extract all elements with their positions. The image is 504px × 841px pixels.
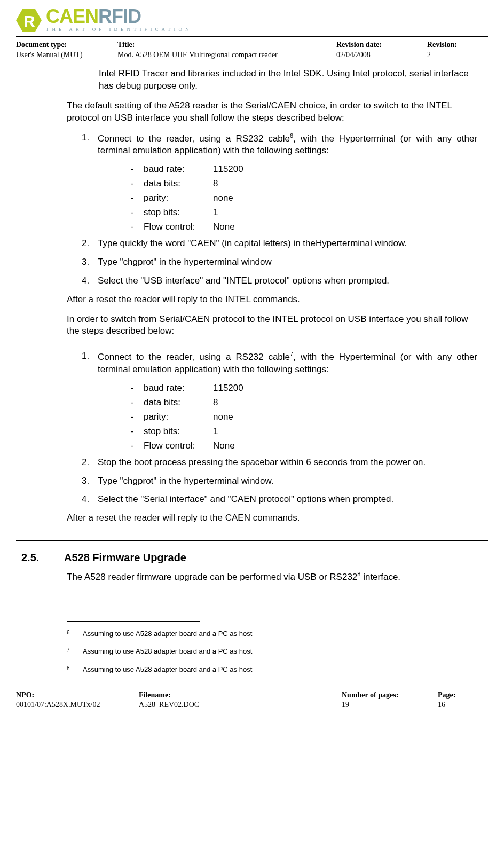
- setting-row: -parity:none: [131, 192, 477, 205]
- step-a-1: 1. Connect to the reader, using a RS232 …: [82, 132, 477, 158]
- page-value: 16: [438, 700, 481, 710]
- logo-brand: CAENRFID: [46, 8, 192, 25]
- steps-list-b-cont: 2.Stop the boot process pressing the spa…: [82, 457, 477, 506]
- footnote-8: 8Assuming to use A528 adapter board and …: [67, 665, 488, 674]
- setting-key: parity:: [144, 192, 213, 205]
- setting-val: 1: [213, 426, 218, 438]
- setting-val: None: [213, 440, 235, 452]
- setting-val: none: [213, 192, 233, 205]
- section-number: 2.5.: [21, 551, 64, 565]
- section-body-pre: The A528 reader firmware upgrade can be …: [67, 572, 357, 582]
- settings-list-b: -baud rate:115200 -data bits:8 -parity:n…: [131, 382, 477, 452]
- rev-label: Revision:: [427, 40, 486, 50]
- intro-para-1: Intel RFID Tracer and libraries included…: [99, 68, 477, 92]
- setting-row: -Flow control:None: [131, 221, 477, 233]
- step-b-1: 1. Connect to the reader, using a RS232 …: [82, 350, 477, 376]
- settings-list-a: -baud rate:115200 -data bits:8 -parity:n…: [131, 163, 477, 233]
- footnote-text: Assuming to use A528 adapter board and a…: [83, 665, 252, 674]
- intro-para-2: The default setting of the A528 reader i…: [67, 100, 477, 124]
- logo-letter: R: [23, 11, 35, 33]
- step-b-1-pre: Connect to the reader, using a RS232 cab…: [98, 352, 290, 362]
- setting-row: -stop bits:1: [131, 426, 477, 438]
- setting-val: None: [213, 221, 235, 233]
- step-b-4: 4.Select the "Serial interface" and "CAE…: [82, 493, 477, 506]
- header-rule: [16, 36, 488, 37]
- after-b: After a reset the reader will reply to t…: [67, 512, 477, 524]
- footnote-text: Assuming to use A528 adapter board and a…: [83, 629, 252, 639]
- setting-row: -data bits:8: [131, 397, 477, 409]
- npo-value: 00101/07:A528X.MUTx/02: [16, 700, 139, 710]
- section-body-post: interface.: [360, 572, 400, 582]
- setting-row: -stop bits:1: [131, 207, 477, 219]
- setting-val: none: [213, 411, 233, 423]
- section-heading: 2.5. A528 Firmware Upgrade: [16, 551, 488, 565]
- step-b-3: 3.Type "chgprot" in the hyperterminal wi…: [82, 475, 477, 488]
- setting-key: data bits:: [144, 178, 213, 190]
- setting-row: -data bits:8: [131, 178, 477, 190]
- setting-key: baud rate:: [144, 163, 213, 176]
- setting-key: parity:: [144, 411, 213, 423]
- step-a-4: 4.Select the "USB interface" and "INTEL …: [82, 275, 477, 287]
- setting-row: -baud rate:115200: [131, 163, 477, 176]
- doc-meta: Document type: User's Manual (MUT) Title…: [16, 40, 488, 60]
- pages-value: 19: [342, 700, 438, 710]
- setting-row: -parity:none: [131, 411, 477, 423]
- rev-date-label: Revision date:: [336, 40, 427, 50]
- footnote-rule: [67, 621, 200, 622]
- footnote-7: 7Assuming to use A528 adapter board and …: [67, 647, 488, 656]
- footnote-6: 6Assuming to use A528 adapter board and …: [67, 629, 488, 639]
- steps-list-a-cont: 2.Type quickly the word "CAEN" (in capit…: [82, 238, 477, 287]
- logo-tagline: THE ART OF IDENTIFICATION: [46, 26, 192, 33]
- setting-key: stop bits:: [144, 207, 213, 219]
- logo: R CAENRFID THE ART OF IDENTIFICATION: [16, 5, 488, 34]
- doc-type-value: User's Manual (MUT): [16, 50, 117, 60]
- footnote-text: Assuming to use A528 adapter board and a…: [83, 647, 252, 656]
- setting-key: baud rate:: [144, 382, 213, 395]
- after-a: After a reset the reader will reply to t…: [67, 294, 477, 306]
- npo-label: NPO:: [16, 690, 139, 701]
- setting-val: 115200: [213, 163, 243, 176]
- setting-val: 8: [213, 397, 218, 409]
- setting-key: stop bits:: [144, 426, 213, 438]
- brand-right: RFID: [98, 5, 141, 27]
- step-b-2: 2.Stop the boot process pressing the spa…: [82, 457, 477, 469]
- steps-list-a: 1. Connect to the reader, using a RS232 …: [82, 132, 477, 158]
- intro-para-3: In order to switch from Serial/CAEN prot…: [67, 313, 477, 338]
- rev-value: 2: [427, 50, 486, 60]
- setting-key: data bits:: [144, 397, 213, 409]
- filename-value: A528_REV02.DOC: [139, 700, 342, 710]
- step-a-1-pre: Connect to the reader, using a RS232 cab…: [98, 133, 290, 143]
- setting-val: 115200: [213, 382, 243, 395]
- setting-row: -baud rate:115200: [131, 382, 477, 395]
- setting-key: Flow control:: [144, 440, 213, 452]
- section-title: A528 Firmware Upgrade: [64, 551, 186, 565]
- title-value: Mod. A528 OEM UHF Multiregional compact …: [117, 50, 336, 60]
- setting-row: -Flow control:None: [131, 440, 477, 452]
- setting-val: 1: [213, 207, 218, 219]
- step-a-3: 3.Type "chgprot" in the hyperterminal wi…: [82, 256, 477, 269]
- setting-val: 8: [213, 178, 218, 190]
- footnotes: 6Assuming to use A528 adapter board and …: [67, 629, 488, 674]
- section-body: The A528 reader firmware upgrade can be …: [67, 570, 477, 584]
- steps-list-b: 1. Connect to the reader, using a RS232 …: [82, 350, 477, 376]
- doc-footer: NPO: 00101/07:A528X.MUTx/02 Filename: A5…: [16, 690, 488, 711]
- logo-mark-icon: R: [16, 7, 42, 33]
- doc-type-label: Document type:: [16, 40, 117, 50]
- filename-label: Filename:: [139, 690, 342, 701]
- rev-date-value: 02/04/2008: [336, 50, 427, 60]
- title-label: Title:: [117, 40, 336, 50]
- setting-key: Flow control:: [144, 221, 213, 233]
- brand-left: CAEN: [46, 5, 98, 27]
- step-a-2: 2.Type quickly the word "CAEN" (in capit…: [82, 238, 477, 250]
- section-rule: [16, 540, 488, 541]
- page-label: Page:: [438, 690, 481, 701]
- pages-label: Number of pages:: [342, 690, 438, 701]
